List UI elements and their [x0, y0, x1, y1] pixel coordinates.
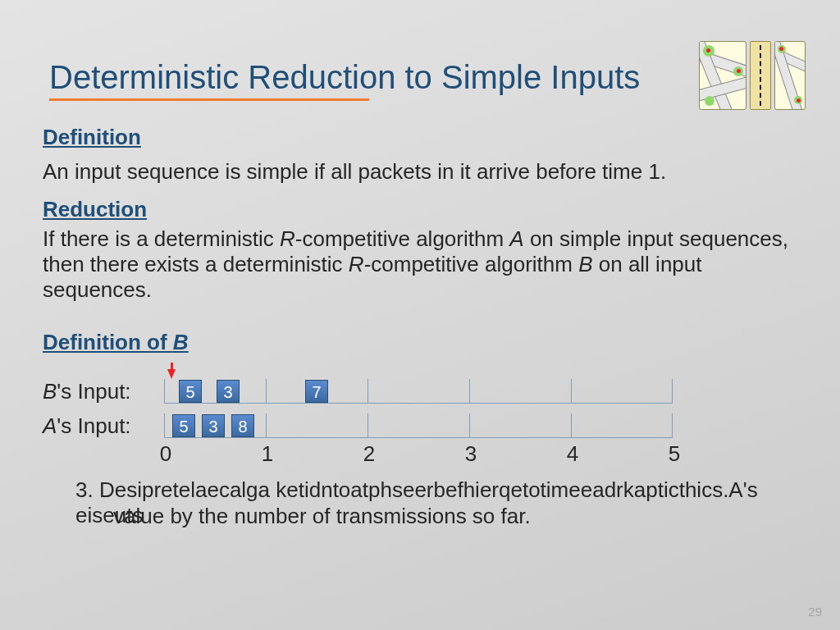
- axis-tick: 3: [463, 441, 479, 467]
- reduction-text: If there is a deterministic R-competitiv…: [43, 226, 789, 304]
- a-input-label: A's Input:: [43, 413, 131, 439]
- title-graphic: [699, 39, 806, 110]
- axis-tick: 5: [666, 441, 682, 467]
- b-packet: 7: [305, 380, 328, 403]
- page-number: 29: [808, 605, 822, 619]
- axis-tick: 2: [361, 441, 377, 467]
- a-packet: 3: [202, 414, 225, 437]
- arrow-marker-stem: [171, 363, 173, 369]
- a-timeline: 5 3 8: [164, 413, 673, 438]
- b-timeline: 5 3 7: [164, 379, 673, 404]
- b-packet: 3: [217, 380, 240, 403]
- step-text-line2: value by the number of transmissions so …: [113, 504, 786, 529]
- definition-text: An input sequence is simple if all packe…: [43, 159, 781, 185]
- axis-tick: 0: [158, 441, 174, 467]
- b-packet: 5: [179, 380, 202, 403]
- a-packet: 8: [231, 414, 254, 437]
- b-input-label: B's Input:: [43, 379, 131, 404]
- title-underline: [49, 98, 369, 101]
- axis-tick: 1: [259, 441, 276, 467]
- definition-heading: Definition: [43, 125, 141, 150]
- slide-title: Deterministic Reduction to Simple Inputs: [49, 59, 640, 96]
- reduction-heading: Reduction: [43, 197, 147, 222]
- arrow-marker-icon: [167, 369, 176, 379]
- axis-tick: 4: [564, 441, 581, 467]
- definition-of-b-heading: Definition of B: [43, 330, 189, 355]
- a-packet: 5: [172, 414, 195, 437]
